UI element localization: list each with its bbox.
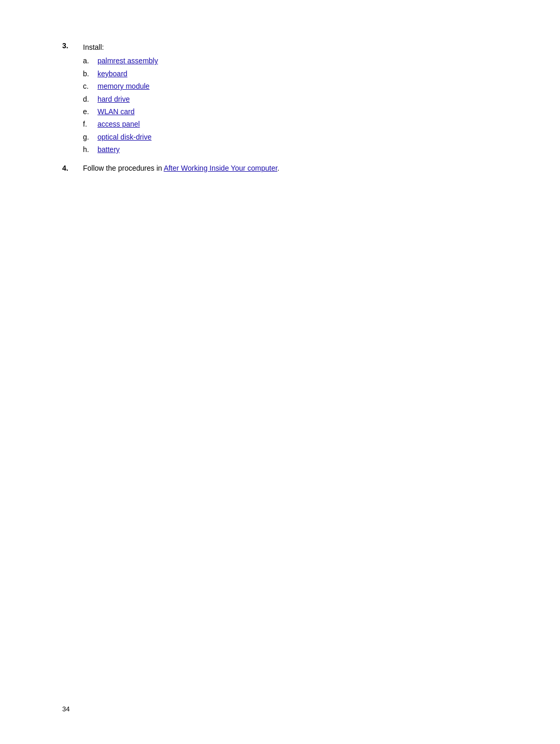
sub-label-g: g.: [83, 131, 97, 143]
sub-item-e: e. WLAN card: [83, 106, 498, 117]
item-4-intro: Follow the procedures in: [83, 164, 164, 172]
item-number-3: 3.: [62, 42, 83, 50]
sub-item-c: c. memory module: [83, 80, 498, 92]
sub-label-h: h.: [83, 144, 97, 155]
item-3-intro: Install:: [83, 43, 104, 51]
sub-list-3: a. palmrest assembly b. keyboard c. memo…: [83, 55, 498, 155]
page-number: 34: [62, 705, 69, 713]
sub-item-a: a. palmrest assembly: [83, 55, 498, 66]
item-number-4: 4.: [62, 164, 83, 172]
optical-disk-drive-link[interactable]: optical disk-drive: [97, 131, 151, 143]
hard-drive-link[interactable]: hard drive: [97, 93, 130, 105]
sub-item-b: b. keyboard: [83, 68, 498, 79]
item-4-content: Follow the procedures in After Working I…: [83, 164, 498, 172]
sub-item-h: h. battery: [83, 144, 498, 155]
sub-item-f: f. access panel: [83, 118, 498, 130]
sub-label-a: a.: [83, 55, 97, 66]
sub-label-c: c.: [83, 80, 97, 92]
battery-link[interactable]: battery: [97, 144, 120, 155]
main-list: 3. Install: a. palmrest assembly b. keyb…: [62, 42, 498, 172]
item-4-suffix: .: [277, 164, 279, 172]
palmrest-assembly-link[interactable]: palmrest assembly: [97, 55, 158, 66]
sub-label-f: f.: [83, 118, 97, 130]
sub-label-b: b.: [83, 68, 97, 79]
page-content: 3. Install: a. palmrest assembly b. keyb…: [0, 0, 560, 221]
keyboard-link[interactable]: keyboard: [97, 68, 128, 79]
after-working-link[interactable]: After Working Inside Your computer: [164, 164, 277, 172]
list-item-4: 4. Follow the procedures in After Workin…: [62, 164, 498, 172]
memory-module-link[interactable]: memory module: [97, 80, 149, 92]
sub-item-d: d. hard drive: [83, 93, 498, 105]
list-item-3: 3. Install: a. palmrest assembly b. keyb…: [62, 42, 498, 157]
sub-label-e: e.: [83, 106, 97, 117]
sub-item-g: g. optical disk-drive: [83, 131, 498, 143]
wlan-card-link[interactable]: WLAN card: [97, 106, 135, 117]
sub-label-d: d.: [83, 93, 97, 105]
item-3-content: Install: a. palmrest assembly b. keyboar…: [83, 42, 498, 157]
access-panel-link[interactable]: access panel: [97, 118, 140, 130]
